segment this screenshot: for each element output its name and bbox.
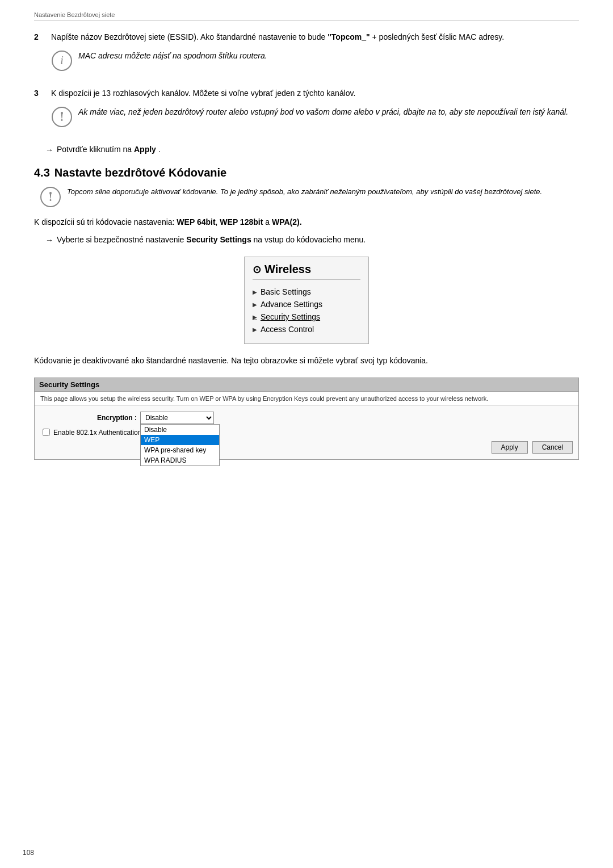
arrow-security-step: → Vyberte si bezpečnostné nastavenie Sec…: [45, 234, 579, 246]
section-title: Nastavte bezdrôtové Kódovanie: [54, 166, 226, 179]
svg-text:i: i: [60, 54, 64, 66]
wireless-menu-item-access[interactable]: ▶ Access Control: [253, 323, 360, 336]
wireless-title-text: Wireless: [264, 263, 311, 276]
security-panel-body: Encryption : Disable WEP WPA pre-shared …: [35, 406, 578, 459]
security-panel-description: This page allows you setup the wireless …: [35, 392, 578, 406]
section-heading: 4.3 Nastavte bezdrôtové Kódovanie: [34, 166, 579, 179]
svg-point-7: [49, 192, 52, 194]
step-3-text: K dispozícii je 13 rozhlasových kanálov.…: [51, 87, 579, 99]
section-warning-icon: !: [40, 186, 61, 208]
arrow-security-text: Vyberte si bezpečnostné nastavenie Secur…: [57, 234, 366, 246]
wireless-menu-item-label-2: Advance Settings: [261, 300, 322, 309]
step-2-text: Napíšte názov Bezdrôtovej siete (ESSID).…: [51, 31, 579, 43]
dropdown-option-wpa-radius[interactable]: WPA RADIUS: [141, 455, 219, 466]
encryption-label: Encryption :: [40, 414, 137, 422]
svg-point-4: [61, 112, 63, 114]
step-3-content: K dispozícii je 13 rozhlasových kanálov.…: [51, 87, 579, 135]
wireless-menu-item-label-1: Basic Settings: [261, 287, 311, 296]
step-3-note-text: Ak máte viac, než jeden bezdrôtový route…: [78, 106, 568, 118]
wireless-menu-item-label-3: Security Settings: [261, 312, 320, 321]
encryption-dropdown-list[interactable]: Disable WEP WPA pre-shared key WPA RADIU…: [140, 424, 220, 466]
wireless-menu-title: ⊙ Wireless: [253, 263, 360, 280]
encryption-dropdown[interactable]: Disable WEP WPA pre-shared key WPA RADIU…: [140, 412, 214, 424]
step-number-3: 3: [34, 87, 51, 135]
section-note: ! Topcom silne doporučuje aktivovať kódo…: [40, 186, 579, 208]
encryption-select[interactable]: Disable WEP WPA pre-shared key WPA RADIU…: [140, 412, 214, 424]
security-panel-header: Security Settings: [35, 378, 578, 392]
checkbox-label: Enable 802.1x Authentication: [53, 429, 141, 437]
triangle-icon-4: ▶: [253, 326, 257, 333]
button-row: Apply Cancel: [40, 441, 573, 454]
wireless-menu-item-label-4: Access Control: [261, 325, 314, 334]
arrow-symbol-2: →: [45, 234, 53, 246]
encoding-deactivated-para: Kódovanie je deaktivované ako štandardné…: [34, 354, 579, 367]
wireless-icon: ⊙: [253, 263, 261, 276]
wireless-menu: ⊙ Wireless ▶ Basic Settings ▶ Advance Se…: [244, 257, 369, 344]
security-panel: Security Settings This page allows you s…: [34, 378, 579, 460]
triangle-icon-3: ▶: [253, 314, 257, 320]
step-2-content: Napíšte názov Bezdrôtovej siete (ESSID).…: [51, 31, 579, 78]
encryption-row: Encryption : Disable WEP WPA pre-shared …: [40, 412, 573, 424]
step-2-note-text: MAC adresu môžete nájsť na spodnom štítk…: [78, 50, 267, 62]
wireless-menu-item-security[interactable]: ▶ Security Settings: [253, 311, 360, 323]
arrow-apply-text: Potvrdťe kliknutím na Apply .: [57, 144, 161, 156]
wireless-menu-item-basic[interactable]: ▶ Basic Settings: [253, 286, 360, 298]
step-2-note: i MAC adresu môžete nájsť na spodnom ští…: [51, 50, 579, 72]
wireless-menu-item-advance[interactable]: ▶ Advance Settings: [253, 298, 360, 311]
triangle-icon-2: ▶: [253, 301, 257, 308]
apply-button[interactable]: Apply: [492, 441, 528, 454]
encoding-options-para: K dispozícii sú tri kódovacie nastavenia…: [34, 216, 579, 228]
cancel-button[interactable]: Cancel: [532, 441, 573, 454]
triangle-icon-1: ▶: [253, 289, 257, 295]
step-number-2: 2: [34, 31, 51, 78]
breadcrumb: Nastavenie Bezdrôtovej siete: [34, 11, 579, 21]
dropdown-option-wpa-psk[interactable]: WPA pre-shared key: [141, 445, 219, 455]
enable-802-checkbox[interactable]: [43, 429, 50, 436]
wireless-menu-container: ⊙ Wireless ▶ Basic Settings ▶ Advance Se…: [34, 257, 579, 344]
page-number: 108: [23, 849, 34, 857]
arrow-symbol: →: [45, 144, 53, 156]
pencil-icon: i: [51, 50, 73, 72]
step-3-note: ! Ak máte viac, než jeden bezdrôtový rou…: [51, 106, 579, 128]
step-2: 2 Napíšte názov Bezdrôtovej siete (ESSID…: [34, 31, 579, 78]
warning-icon: !: [51, 106, 73, 128]
section-note-text: Topcom silne doporučuje aktivovať kódova…: [67, 186, 542, 198]
dropdown-option-wep[interactable]: WEP: [141, 435, 219, 445]
dropdown-option-disable[interactable]: Disable: [141, 425, 219, 435]
arrow-apply-step: → Potvrdťe kliknutím na Apply .: [45, 144, 579, 156]
checkbox-row: Enable 802.1x Authentication: [43, 429, 573, 437]
step-3: 3 K dispozícii je 13 rozhlasových kanálo…: [34, 87, 579, 135]
section-number: 4.3: [34, 166, 50, 179]
